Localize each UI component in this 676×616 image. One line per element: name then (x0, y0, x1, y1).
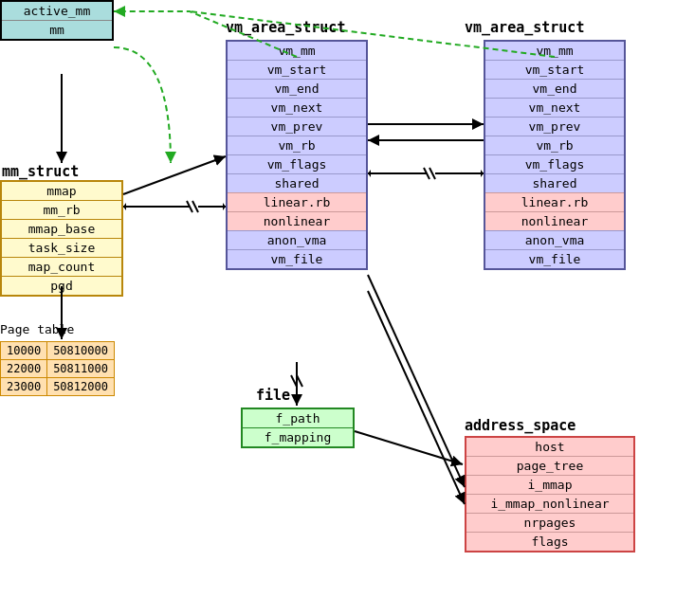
addr-flags: flags (466, 532, 633, 551)
mm-struct-box: mmap mm_rb mmap_base task_size map_count… (0, 180, 123, 297)
svg-line-13 (297, 375, 302, 387)
file-title: file (256, 387, 290, 404)
vmar-vm-flags: vm_flags (485, 154, 624, 173)
table-row: 23000 50812000 (1, 378, 115, 396)
svg-marker-10 (368, 170, 371, 177)
svg-line-1 (187, 201, 192, 212)
pt-val-2: 50812000 (47, 378, 115, 396)
vmal-nonlinear: nonlinear (228, 211, 366, 230)
addr-host: host (466, 438, 633, 456)
vmar-vm-next: vm_next (485, 98, 624, 117)
vmar-vm-end: vm_end (485, 79, 624, 98)
vma-left-title: vm_area_struct (226, 19, 345, 36)
pt-addr-0: 10000 (1, 342, 47, 360)
mm-task-size: task_size (2, 238, 121, 257)
pt-val-1: 50811000 (47, 360, 115, 378)
vmar-vm-rb: vm_rb (485, 136, 624, 154)
addr-space-title: address_space (465, 417, 576, 434)
svg-line-7 (424, 168, 429, 179)
vmar-nonlinear: nonlinear (485, 211, 624, 230)
vmar-anon-vma: anon_vma (485, 230, 624, 249)
vma-right-title: vm_area_struct (465, 19, 584, 36)
addr-space-box: host page_tree i_mmap i_mmap_nonlinear n… (465, 436, 635, 553)
mm-mmap: mmap (2, 182, 121, 200)
svg-marker-4 (123, 203, 126, 210)
vmal-vm-start: vm_start (228, 60, 366, 79)
vmar-shared: shared (485, 173, 624, 192)
vmal-linear-rb: linear.rb (228, 192, 366, 211)
addr-nrpages: nrpages (466, 513, 633, 532)
mm-map-count: map_count (2, 257, 121, 276)
vmar-vm-mm: vm_mm (485, 42, 624, 60)
svg-line-12 (291, 375, 297, 387)
task-mm: mm (2, 20, 112, 39)
vmal-vm-end: vm_end (228, 79, 366, 98)
addr-i-mmap: i_mmap (466, 475, 633, 494)
task-struct-box: active_mm mm (0, 0, 114, 41)
vmal-vm-prev: vm_prev (228, 117, 366, 136)
mm-mmap-base: mmap_base (2, 219, 121, 238)
pt-addr-1: 22000 (1, 360, 47, 378)
mm-struct-title: mm_struct (2, 163, 79, 180)
vmar-vm-prev: vm_prev (485, 117, 624, 136)
svg-line-8 (429, 168, 435, 179)
diagram: task_struct active_mm mm mm_struct mmap … (0, 0, 676, 616)
task-active-mm: active_mm (2, 2, 112, 20)
svg-line-2 (192, 201, 198, 212)
vmal-vm-file: vm_file (228, 249, 366, 268)
vmal-shared: shared (228, 173, 366, 192)
vmar-linear-rb: linear.rb (485, 192, 624, 211)
page-table: 10000 50810000 22000 50811000 23000 5081… (0, 341, 115, 396)
file-struct-box: f_path f_mapping (241, 408, 355, 448)
vmal-anon-vma: anon_vma (228, 230, 366, 249)
mm-pgd: pgd (2, 276, 121, 295)
vmal-vm-flags: vm_flags (228, 154, 366, 173)
vmal-vm-next: vm_next (228, 98, 366, 117)
vma-right-box: vm_mm vm_start vm_end vm_next vm_prev vm… (484, 40, 626, 270)
page-table-label: Page table (0, 322, 74, 336)
addr-page-tree: page_tree (466, 456, 633, 475)
vmal-vm-rb: vm_rb (228, 136, 366, 154)
addr-i-mmap-nonlinear: i_mmap_nonlinear (466, 494, 633, 513)
vmar-vm-file: vm_file (485, 249, 624, 268)
pt-val-0: 50810000 (47, 342, 115, 360)
file-f-mapping: f_mapping (243, 427, 353, 446)
vmal-vm-mm: vm_mm (228, 42, 366, 60)
table-row: 10000 50810000 (1, 342, 115, 360)
vmar-vm-start: vm_start (485, 60, 624, 79)
table-row: 22000 50811000 (1, 360, 115, 378)
file-f-path: f_path (243, 409, 353, 427)
vma-left-box: vm_mm vm_start vm_end vm_next vm_prev vm… (226, 40, 368, 270)
mm-rb: mm_rb (2, 200, 121, 219)
pt-addr-2: 23000 (1, 378, 47, 396)
